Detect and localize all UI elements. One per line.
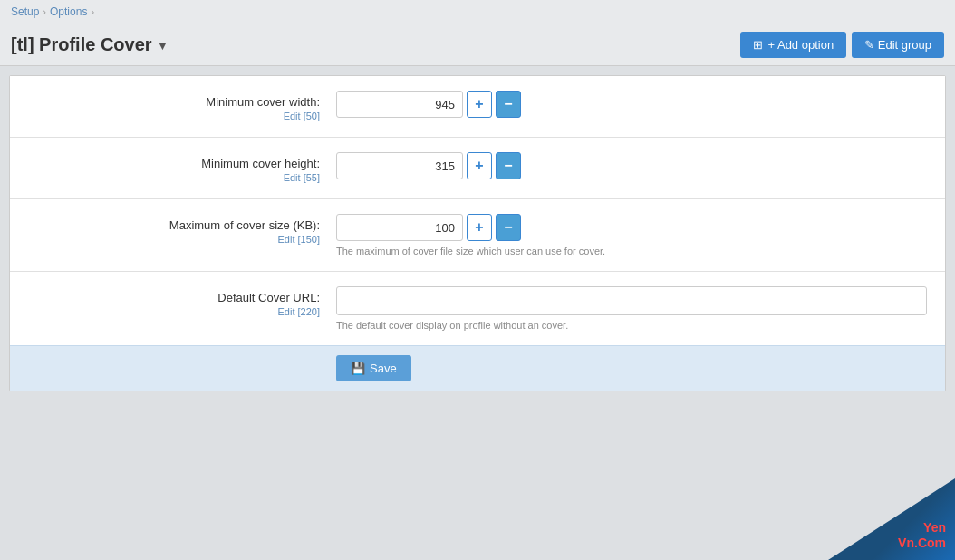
control-col-min-width: + − <box>336 91 927 118</box>
label-max-size: Maximum of cover size (KB): <box>28 218 320 232</box>
minus-min-height[interactable]: − <box>496 152 521 179</box>
label-col-min-height: Minimum cover height: Edit [55] <box>28 152 336 184</box>
form-row-min-width: Minimum cover width: Edit [50] + − <box>10 76 945 138</box>
edit-link-min-height[interactable]: Edit [55] <box>284 172 320 183</box>
plus-min-height[interactable]: + <box>467 152 492 179</box>
hint-default-url: The default cover display on profile wit… <box>336 320 927 331</box>
form-row-max-size: Maximum of cover size (KB): Edit [150] +… <box>10 199 945 272</box>
input-group-min-height: + − <box>336 152 927 179</box>
form-row-min-height: Minimum cover height: Edit [55] + − <box>10 138 945 199</box>
control-col-default-url: The default cover display on profile wit… <box>336 286 927 331</box>
page-title-text: [tl] Profile Cover <box>11 34 152 55</box>
minus-max-size[interactable]: − <box>496 214 521 241</box>
watermark-accent: Y <box>923 520 931 535</box>
control-col-min-height: + − <box>336 152 927 179</box>
add-option-label: + Add option <box>767 38 834 52</box>
input-max-size[interactable] <box>336 214 463 241</box>
watermark: Yen Vn.Com <box>828 478 955 560</box>
hint-max-size: The maximum of cover file size which use… <box>336 246 927 256</box>
breadcrumb-setup[interactable]: Setup <box>11 5 39 18</box>
input-min-width[interactable] <box>336 91 463 118</box>
watermark-text: Yen Vn.Com <box>898 520 946 551</box>
form-row-default-url: Default Cover URL: Edit [220] The defaul… <box>10 272 945 345</box>
minus-min-width[interactable]: − <box>496 91 521 118</box>
input-group-min-width: + − <box>336 91 927 118</box>
header-buttons: ⊞ + Add option ✎ Edit group <box>740 32 944 58</box>
save-label: Save <box>370 362 397 375</box>
label-col-min-width: Minimum cover width: Edit [50] <box>28 91 336 122</box>
breadcrumb-options[interactable]: Options <box>50 5 87 18</box>
title-dropdown-arrow[interactable]: ▼ <box>157 38 169 53</box>
control-col-max-size: + − The maximum of cover file size which… <box>336 214 927 256</box>
breadcrumb-sep1: › <box>43 6 46 17</box>
edit-link-default-url[interactable]: Edit [220] <box>278 306 320 317</box>
edit-group-label: ✎ Edit group <box>864 38 931 52</box>
edit-group-button[interactable]: ✎ Edit group <box>852 32 944 58</box>
add-option-icon: ⊞ <box>753 38 763 52</box>
save-icon: 💾 <box>351 362 365 375</box>
input-min-height[interactable] <box>336 152 463 179</box>
input-group-max-size: + − <box>336 214 927 241</box>
label-min-height: Minimum cover height: <box>28 157 320 170</box>
plus-min-width[interactable]: + <box>467 91 492 118</box>
save-button[interactable]: 💾 Save <box>336 355 411 381</box>
form-section: Minimum cover width: Edit [50] + − Minim… <box>10 76 945 345</box>
page-title: [tl] Profile Cover ▼ <box>11 34 169 55</box>
breadcrumb: Setup › Options › <box>0 0 955 24</box>
label-col-default-url: Default Cover URL: Edit [220] <box>28 286 336 318</box>
header-bar: [tl] Profile Cover ▼ ⊞ + Add option ✎ Ed… <box>0 24 955 66</box>
edit-link-min-width[interactable]: Edit [50] <box>284 111 320 121</box>
plus-max-size[interactable]: + <box>467 214 492 241</box>
label-min-width: Minimum cover width: <box>28 95 320 109</box>
breadcrumb-sep2: › <box>91 6 94 17</box>
input-default-url[interactable] <box>336 286 927 315</box>
add-option-button[interactable]: ⊞ + Add option <box>740 32 846 58</box>
main-content: Minimum cover width: Edit [50] + − Minim… <box>9 75 946 391</box>
label-default-url: Default Cover URL: <box>28 291 320 304</box>
save-bar: 💾 Save <box>10 345 945 391</box>
edit-link-max-size[interactable]: Edit [150] <box>278 234 320 245</box>
label-col-max-size: Maximum of cover size (KB): Edit [150] <box>28 214 336 246</box>
